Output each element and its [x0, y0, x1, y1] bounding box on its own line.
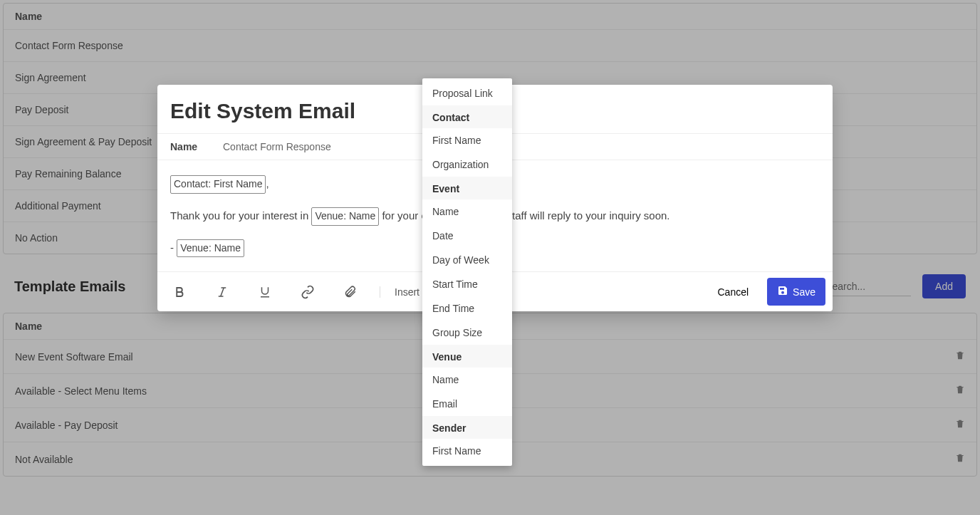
dropdown-item[interactable]: Organization	[422, 152, 512, 177]
token-venue-name[interactable]: Venue: Name	[311, 207, 379, 226]
dropdown-item[interactable]: Name	[422, 199, 512, 224]
dropdown-item[interactable]: Name	[422, 368, 512, 392]
dropdown-item[interactable]: Group Size	[422, 321, 512, 345]
attachment-button[interactable]	[335, 279, 365, 305]
token-contact-first-name[interactable]: Contact: First Name	[170, 175, 266, 194]
dropdown-item[interactable]: First Name	[422, 439, 512, 463]
underline-button[interactable]	[250, 279, 280, 305]
save-button[interactable]: Save	[767, 278, 825, 306]
dropdown-section-header: Event	[422, 177, 512, 199]
token-venue-name[interactable]: Venue: Name	[177, 239, 244, 258]
dropdown-section-header: Venue	[422, 345, 512, 368]
dropdown-item[interactable]: Email	[422, 392, 512, 416]
insert-dropdown-menu: Proposal LinkContactFirst NameOrganizati…	[422, 78, 512, 466]
link-button[interactable]	[293, 279, 323, 305]
dropdown-section-header: Sender	[422, 416, 512, 439]
save-label: Save	[793, 286, 815, 298]
text: Thank you for your interest in	[170, 209, 311, 222]
dropdown-section-header: Contact	[422, 105, 512, 128]
dropdown-item[interactable]: Date	[422, 224, 512, 248]
dropdown-item[interactable]: Proposal Link	[422, 81, 512, 105]
svg-line-4	[221, 288, 224, 296]
dropdown-item[interactable]: Day of Week	[422, 248, 512, 272]
save-icon	[777, 285, 788, 298]
name-value[interactable]: Contact Form Response	[223, 141, 331, 152]
dropdown-item[interactable]: Start Time	[422, 272, 512, 296]
insert-label: Insert	[395, 286, 419, 298]
name-label: Name	[170, 141, 223, 152]
text: ,	[266, 177, 269, 189]
dropdown-item[interactable]: End Time	[422, 296, 512, 321]
bold-button[interactable]	[165, 279, 194, 305]
italic-button[interactable]	[207, 279, 237, 305]
text: -	[170, 241, 177, 254]
cancel-button[interactable]: Cancel	[707, 279, 759, 305]
dropdown-item[interactable]: First Name	[422, 128, 512, 152]
